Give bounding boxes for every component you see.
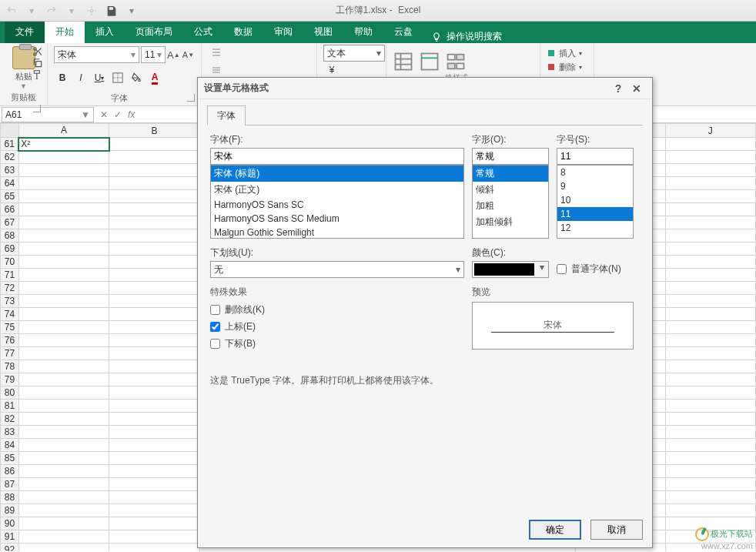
row-header[interactable]: 72 [1, 282, 19, 295]
cell[interactable] [18, 334, 109, 347]
row-header[interactable]: 69 [1, 243, 19, 256]
cell[interactable] [109, 413, 199, 426]
save-icon[interactable] [105, 4, 119, 18]
row-header[interactable]: 61 [1, 138, 19, 151]
tab-formula[interactable]: 公式 [183, 21, 223, 43]
tab-home[interactable]: 开始 [45, 21, 85, 43]
cell[interactable] [109, 151, 199, 164]
cell[interactable] [109, 478, 199, 491]
cell[interactable] [665, 504, 755, 517]
name-box-dropdown-icon[interactable]: ▼ [81, 109, 90, 120]
insert-cells-button[interactable]: 插入▾ [547, 46, 587, 60]
row-header[interactable]: 81 [1, 400, 19, 413]
decrease-font-icon[interactable]: A▼ [182, 46, 195, 63]
cell[interactable] [109, 256, 199, 269]
row-header[interactable]: 67 [1, 216, 19, 229]
list-item[interactable]: Malgun Gothic Semilight [211, 226, 463, 239]
list-item[interactable]: 加粗倾斜 [473, 214, 548, 230]
list-item[interactable]: 宋体 (标题) [211, 166, 463, 182]
cell[interactable] [109, 321, 199, 334]
list-item[interactable]: 常规 [473, 166, 548, 182]
font-listbox[interactable]: 宋体 (标题)宋体 (正文)HarmonyOS Sans SCHarmonyOS… [210, 165, 464, 239]
copy-icon[interactable] [32, 58, 43, 69]
clipboard-launcher-icon[interactable] [33, 105, 41, 112]
cell[interactable] [109, 269, 199, 282]
dialog-close-icon[interactable]: ✕ [627, 82, 646, 95]
cell[interactable] [109, 386, 199, 400]
currency-icon[interactable]: ¥ [323, 62, 340, 79]
cell[interactable] [665, 256, 755, 269]
row-header[interactable]: 71 [1, 269, 19, 282]
row-header[interactable]: 83 [1, 426, 19, 439]
cell[interactable] [665, 308, 755, 321]
fill-color-button[interactable] [128, 69, 145, 86]
cell[interactable] [18, 321, 109, 334]
column-header[interactable]: A [18, 124, 109, 138]
cell[interactable] [18, 530, 109, 544]
cell[interactable] [18, 439, 109, 452]
row-header[interactable]: 79 [1, 373, 19, 386]
cell[interactable] [18, 544, 109, 552]
list-item[interactable]: 14 [557, 235, 633, 239]
cell[interactable] [665, 413, 755, 426]
cell[interactable] [18, 373, 109, 386]
size-listbox[interactable]: 8910111214 [557, 165, 634, 239]
cell[interactable] [18, 151, 109, 164]
cell[interactable] [18, 478, 109, 491]
row-header[interactable]: 68 [1, 229, 19, 243]
tab-insert[interactable]: 插入 [85, 21, 125, 43]
enter-formula-icon[interactable]: ✓ [114, 109, 122, 120]
cell[interactable] [18, 452, 109, 465]
tab-help[interactable]: 帮助 [343, 21, 383, 43]
strikethrough-checkbox[interactable]: 删除线(K) [210, 302, 464, 317]
cell[interactable] [109, 295, 199, 308]
cell[interactable] [665, 386, 755, 400]
cancel-formula-icon[interactable]: ✕ [100, 109, 108, 120]
select-all-corner[interactable] [1, 124, 19, 138]
cell[interactable] [665, 138, 755, 151]
font-launcher-icon[interactable] [187, 94, 195, 102]
tell-me-search[interactable]: 操作说明搜索 [431, 30, 502, 43]
cell[interactable] [665, 164, 755, 177]
cell[interactable] [109, 504, 199, 517]
cell[interactable] [665, 151, 755, 164]
increase-font-icon[interactable]: A▲ [167, 46, 180, 63]
cell[interactable] [18, 216, 109, 229]
cell[interactable] [109, 334, 199, 347]
cell[interactable] [109, 138, 199, 151]
bold-button[interactable]: B [54, 69, 71, 86]
cut-icon[interactable] [32, 46, 43, 57]
row-header[interactable]: 76 [1, 334, 19, 347]
normal-font-checkbox[interactable]: 普通字体(N) [557, 261, 634, 276]
cell[interactable] [18, 517, 109, 530]
cell[interactable] [665, 439, 755, 452]
cell[interactable] [665, 243, 755, 256]
list-item[interactable]: 12 [557, 221, 633, 235]
border-button[interactable] [109, 69, 126, 86]
cell[interactable] [665, 269, 755, 282]
fx-icon[interactable]: fx [128, 109, 135, 120]
cell[interactable] [109, 530, 199, 544]
align-top-icon[interactable] [208, 45, 225, 62]
font-name-selector[interactable]: 宋体▾ [54, 46, 139, 63]
size-input[interactable] [557, 148, 634, 165]
cell[interactable] [109, 439, 199, 452]
color-dropdown[interactable]: ▾ [472, 261, 549, 278]
row-header[interactable]: 64 [1, 177, 19, 190]
row-header[interactable]: 78 [1, 360, 19, 373]
cell[interactable] [109, 491, 199, 504]
cell[interactable] [18, 504, 109, 517]
superscript-checkbox-input[interactable] [210, 322, 220, 332]
cell[interactable] [18, 203, 109, 216]
cell[interactable] [18, 295, 109, 308]
cell[interactable] [109, 465, 199, 478]
row-header[interactable]: 62 [1, 151, 19, 164]
subscript-checkbox-input[interactable] [210, 339, 220, 349]
tab-view[interactable]: 视图 [303, 21, 343, 43]
cell[interactable] [109, 177, 199, 190]
ok-button[interactable]: 确定 [529, 520, 581, 540]
cell[interactable] [109, 452, 199, 465]
column-header[interactable]: J [665, 124, 755, 138]
cell[interactable] [665, 295, 755, 308]
cell[interactable] [18, 177, 109, 190]
